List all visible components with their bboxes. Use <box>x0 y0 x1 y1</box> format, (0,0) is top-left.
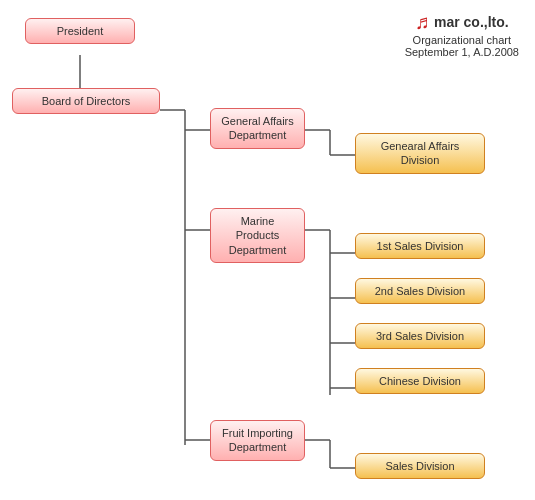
chinese-div-box: Chinese Division <box>355 368 485 394</box>
org-chart: ♬ mar co.,lto. Organizational chart Sept… <box>0 0 535 500</box>
president-box: President <box>25 18 135 44</box>
general-affairs-div-box: Genearal Affairs Division <box>355 133 485 174</box>
sales2-box: 2nd Sales Division <box>355 278 485 304</box>
sales-div-box: Sales Division <box>355 453 485 479</box>
org-date: September 1, A.D.2008 <box>405 46 519 58</box>
logo-area: ♬ mar co.,lto. Organizational chart Sept… <box>405 12 519 58</box>
logo-icon: ♬ <box>415 12 430 32</box>
fruit-dept-box: Fruit Importing Department <box>210 420 305 461</box>
sales3-box: 3rd Sales Division <box>355 323 485 349</box>
org-title: Organizational chart <box>405 34 519 46</box>
marine-dept-box: Marine Products Department <box>210 208 305 263</box>
company-name: mar co.,lto. <box>434 14 509 30</box>
sales1-box: 1st Sales Division <box>355 233 485 259</box>
general-affairs-dept-box: General Affairs Department <box>210 108 305 149</box>
board-box: Board of Directors <box>12 88 160 114</box>
